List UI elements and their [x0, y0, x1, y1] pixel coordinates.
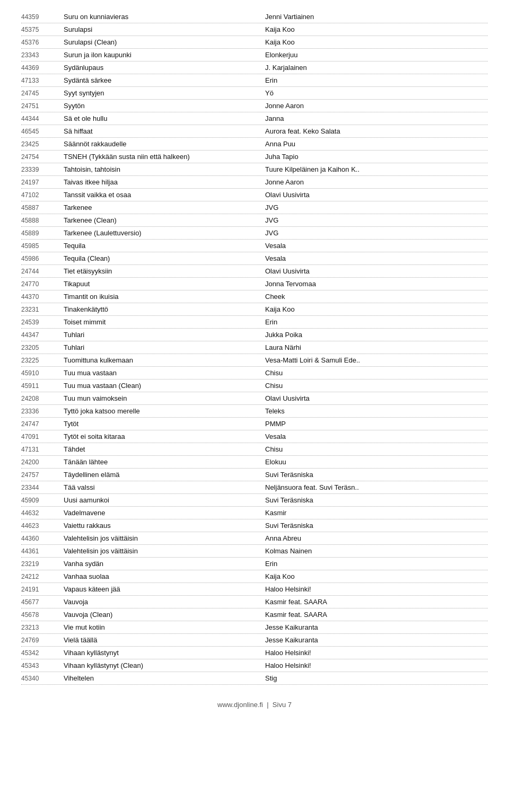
song-title: Vadelmavene	[64, 509, 265, 517]
song-artist: Laura Närhi	[265, 343, 488, 351]
song-artist: Tuure Kilpeläinen ja Kaihon K..	[265, 165, 488, 173]
song-id: 45678	[21, 611, 64, 619]
song-artist: Chisu	[265, 382, 488, 390]
song-title: Valehtelisin jos väittäisin	[64, 547, 265, 555]
song-id: 24747	[21, 420, 64, 428]
table-row: 45909Uusi aamunkoiSuvi Teräsniska	[21, 494, 488, 507]
song-title: Uusi aamunkoi	[64, 496, 265, 504]
table-row: 45887TarkeneeJVG	[21, 201, 488, 214]
song-id: 24744	[21, 268, 64, 275]
song-id: 23231	[21, 306, 64, 313]
song-title: Syyt syntyjen	[64, 89, 265, 97]
song-artist: Vesa-Matti Loiri & Samuli Ede..	[265, 356, 488, 364]
song-id: 24751	[21, 102, 64, 110]
song-artist: Chisu	[265, 445, 488, 453]
table-row: 44623Vaiettu rakkausSuvi Teräsniska	[21, 519, 488, 532]
table-row: 23213Vie mut kotiinJesse Kaikuranta	[21, 621, 488, 634]
page-footer: www.djonline.fi | Sivu 7	[21, 701, 488, 709]
song-artist: JVG	[265, 229, 488, 237]
table-row: 47102Tanssit vaikka et osaaOlavi Uusivir…	[21, 189, 488, 201]
song-title: Tähdet	[64, 445, 265, 453]
song-title: Taivas itkee hiljaa	[64, 178, 265, 186]
song-id: 24200	[21, 458, 64, 466]
song-title: Tequila (Clean)	[64, 254, 265, 262]
song-id: 47131	[21, 446, 64, 453]
song-id: 44359	[21, 13, 64, 21]
song-title: Sä hiffaat	[64, 127, 265, 135]
song-artist: Kaija Koo	[265, 305, 488, 313]
song-artist: Neljänsuora feat. Suvi Teräsn..	[265, 483, 488, 491]
song-artist: Suvi Teräsniska	[265, 496, 488, 504]
song-id: 47133	[21, 77, 64, 84]
song-title: Tanssit vaikka et osaa	[64, 191, 265, 199]
song-title: Tuu mua vastaan	[64, 369, 265, 377]
song-id: 23339	[21, 166, 64, 173]
song-title: Tuhlari	[64, 343, 265, 351]
song-title: Suru on kunniavieras	[64, 13, 265, 21]
table-row: 23225Tuomittuna kulkemaanVesa-Matti Loir…	[21, 354, 488, 367]
song-title: Sydänlupaus	[64, 64, 265, 72]
song-title: Tää valssi	[64, 483, 265, 491]
song-id: 24539	[21, 319, 64, 326]
song-title: Vanha sydän	[64, 560, 265, 568]
song-id: 24208	[21, 395, 64, 402]
table-row: 44632VadelmaveneKasmir	[21, 507, 488, 519]
song-title: Tikapuut	[64, 280, 265, 288]
song-title: Tänään lähtee	[64, 458, 265, 466]
song-title: Sä et ole hullu	[64, 114, 265, 122]
song-id: 45375	[21, 26, 64, 33]
song-title: Tuhlari	[64, 331, 265, 339]
song-title: Vauvoja	[64, 598, 265, 606]
table-row: 45677VauvojaKasmir feat. SAARA	[21, 596, 488, 608]
song-title: Tahtoisin, tahtoisin	[64, 165, 265, 173]
song-artist: Olavi Uusivirta	[265, 191, 488, 199]
song-title: Tinakenkätyttö	[64, 305, 265, 313]
song-title: Toiset mimmit	[64, 318, 265, 326]
song-artist: Cheek	[265, 293, 488, 301]
song-artist: Suvi Teräsniska	[265, 471, 488, 479]
song-title: Syytön	[64, 102, 265, 110]
song-id: 24191	[21, 586, 64, 593]
table-row: 24200Tänään lähteeElokuu	[21, 456, 488, 469]
table-row: 24744Tiet etäisyyksiinOlavi Uusivirta	[21, 265, 488, 278]
song-id: 23336	[21, 408, 64, 415]
song-artist: Kasmir feat. SAARA	[265, 611, 488, 619]
song-id: 23344	[21, 484, 64, 491]
song-id: 44347	[21, 331, 64, 339]
table-row: 45911Tuu mua vastaan (Clean)Chisu	[21, 379, 488, 392]
song-artist: Vesala	[265, 433, 488, 440]
song-artist: Elokuu	[265, 458, 488, 466]
song-artist: Jenni Vartiainen	[265, 13, 488, 21]
song-artist: Aurora feat. Keko Salata	[265, 127, 488, 135]
song-id: 24745	[21, 90, 64, 97]
table-row: 45910Tuu mua vastaanChisu	[21, 367, 488, 379]
song-artist: Anna Puu	[265, 140, 488, 148]
table-row: 23425Säännöt rakkaudelleAnna Puu	[21, 138, 488, 151]
table-row: 24747TytötPMMP	[21, 418, 488, 430]
song-id: 45889	[21, 230, 64, 237]
table-row: 44347TuhlariJukka Poika	[21, 329, 488, 341]
song-id: 23213	[21, 624, 64, 631]
song-id: 44369	[21, 64, 64, 72]
table-row: 24751SyytönJonne Aaron	[21, 100, 488, 112]
song-artist: Vesala	[265, 242, 488, 250]
song-table: 44359Suru on kunniavierasJenni Vartiaine…	[21, 11, 488, 685]
song-id: 24197	[21, 179, 64, 186]
table-row: 44369SydänlupausJ. Karjalainen	[21, 61, 488, 74]
table-row: 24754TSNEH (Tykkään susta niin että halk…	[21, 151, 488, 163]
song-id: 45342	[21, 649, 64, 657]
table-row: 23339Tahtoisin, tahtoisinTuure Kilpeläin…	[21, 163, 488, 176]
song-id: 47091	[21, 433, 64, 440]
song-artist: Jesse Kaikuranta	[265, 636, 488, 644]
song-artist: Haloo Helsinki!	[265, 661, 488, 669]
song-artist: Erin	[265, 560, 488, 568]
song-id: 23343	[21, 51, 64, 59]
song-id: 45340	[21, 675, 64, 682]
song-title: Tarkenee (Laulettuversio)	[64, 229, 265, 237]
song-artist: Haloo Helsinki!	[265, 585, 488, 593]
song-artist: Jonne Aaron	[265, 178, 488, 186]
table-row: 45986Tequila (Clean)Vesala	[21, 252, 488, 265]
song-id: 44361	[21, 548, 64, 555]
song-artist: Kasmir	[265, 509, 488, 517]
table-row: 45889Tarkenee (Laulettuversio)JVG	[21, 227, 488, 240]
